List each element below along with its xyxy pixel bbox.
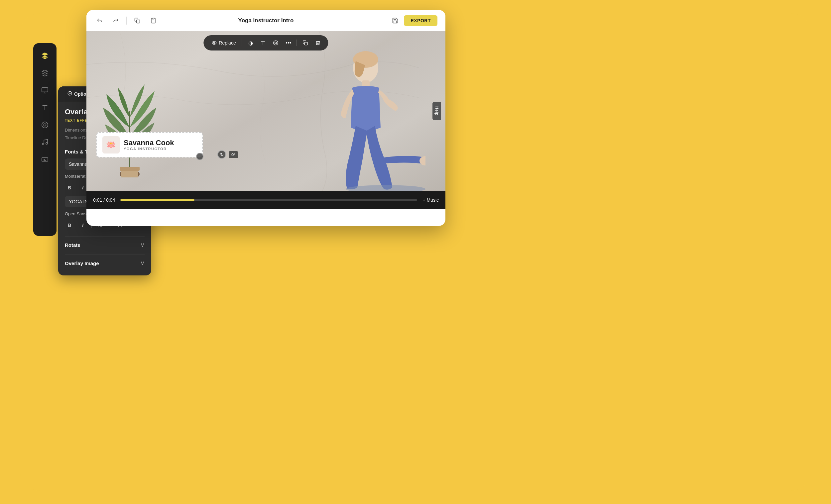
sidebar-icon-captions[interactable] (37, 152, 52, 167)
paste-button[interactable] (148, 15, 159, 26)
font-family-2-name: Open Sans (65, 211, 86, 216)
redo-button[interactable] (110, 15, 121, 26)
text-button[interactable] (258, 37, 269, 49)
sidebar-icon-text[interactable] (37, 100, 52, 115)
svg-rect-5 (120, 167, 140, 171)
contrast-button[interactable]: ◑ (245, 37, 256, 49)
mask-button[interactable] (270, 37, 282, 49)
font-family-1-name: Montserrat (65, 174, 85, 179)
toolbar-divider (242, 39, 242, 46)
dimensions-label: Dimensions (65, 127, 87, 132)
person-svg (286, 41, 426, 191)
svg-point-9 (346, 185, 426, 191)
help-tab[interactable]: Help (432, 102, 441, 120)
bold-2-button[interactable]: B (65, 220, 74, 230)
editor-window: Yoga Instructor Intro EXPORT (86, 10, 446, 226)
options-tab-icon (67, 91, 72, 97)
svg-point-12 (274, 40, 278, 45)
bold-1-button[interactable]: B (65, 183, 74, 192)
drag-handle[interactable] (196, 153, 203, 160)
more-button[interactable]: ••• (283, 37, 294, 49)
svg-point-16 (42, 122, 48, 128)
timeline-bar[interactable] (120, 199, 417, 201)
rotate-section-header: Rotate ∨ (65, 236, 145, 252)
delete-toolbar-button[interactable] (312, 37, 324, 49)
svg-point-19 (46, 143, 48, 145)
svg-point-21 (68, 91, 72, 95)
export-button[interactable]: EXPORT (404, 15, 437, 26)
sidebar-icon-media[interactable] (37, 83, 52, 98)
sidebar-icon-logo[interactable] (37, 49, 52, 63)
timeline: 0:01 / 0:04 + Music (86, 191, 446, 209)
svg-point-17 (44, 124, 46, 126)
title-bar: Yoga Instructor Intro EXPORT (86, 10, 446, 31)
svg-rect-1 (152, 18, 154, 19)
video-toolbar: Replace ◑ ••• (203, 35, 328, 51)
italic-2-button[interactable]: I (78, 220, 87, 230)
plant-area (100, 61, 160, 177)
italic-1-button[interactable]: I (78, 183, 87, 192)
overlay-image-section-toggle[interactable]: ∨ (140, 260, 145, 267)
sidebar-icon-layers[interactable] (37, 66, 52, 80)
left-sidebar (33, 43, 57, 236)
toolbar-divider2 (297, 39, 297, 46)
svg-rect-14 (305, 42, 308, 45)
timeline-time: 0:01 / 0:04 (93, 197, 115, 203)
video-preview: Replace ◑ ••• (86, 31, 446, 191)
replace-button[interactable]: Replace (208, 39, 239, 47)
music-button[interactable]: + Music (423, 197, 439, 203)
svg-rect-0 (137, 20, 140, 23)
timeline-progress (120, 199, 195, 201)
copy-toolbar-button[interactable] (300, 37, 311, 49)
name-card-logo: 🪷 (103, 136, 120, 153)
duplicate-button[interactable] (132, 15, 143, 26)
undo-button[interactable] (94, 15, 105, 26)
overlay-image-section-header: Overlay Image ∨ (65, 255, 145, 270)
name-card-text: Savanna Cook YOGA INSTRUCTOR (124, 139, 174, 151)
svg-rect-15 (42, 88, 48, 92)
degree-display: 0° (229, 151, 238, 158)
titlebar-left (94, 15, 159, 26)
svg-point-18 (42, 143, 44, 145)
svg-point-22 (69, 93, 70, 94)
person-silhouette (286, 41, 426, 191)
save-icon[interactable] (391, 16, 400, 25)
card-handle: ↻ 0° (218, 150, 238, 159)
sidebar-icon-music[interactable] (37, 135, 52, 149)
overlay-image-section-title: Overlay Image (65, 261, 99, 266)
plant-svg (100, 61, 160, 177)
svg-point-13 (275, 42, 277, 43)
project-title: Yoga Instructor Intro (238, 17, 294, 24)
rotate-section-title: Rotate (65, 242, 81, 248)
svg-point-11 (213, 42, 215, 43)
name-card: 🪷 Savanna Cook YOGA INSTRUCTOR (96, 132, 203, 157)
sidebar-icon-elements[interactable] (37, 118, 52, 132)
titlebar-divider (126, 17, 127, 25)
instructor-role: YOGA INSTRUCTOR (124, 147, 174, 151)
rotate-section-toggle[interactable]: ∨ (140, 241, 145, 248)
instructor-name: Savanna Cook (124, 139, 174, 147)
rotate-icon[interactable]: ↻ (218, 150, 226, 159)
